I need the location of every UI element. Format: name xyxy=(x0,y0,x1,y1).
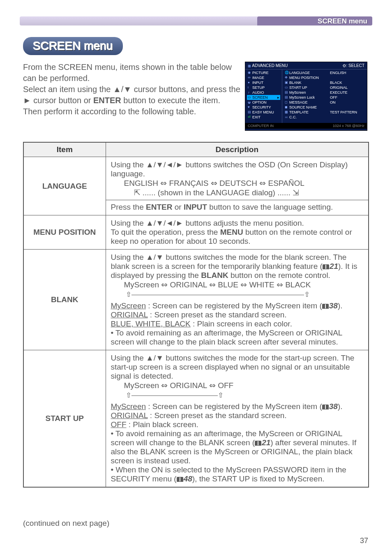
position-icon: ✥ xyxy=(285,76,288,79)
th-item: Item xyxy=(23,142,106,157)
osd-left-audio: ♪AUDIO xyxy=(247,90,280,95)
source-icon: ◼ xyxy=(285,106,288,109)
startup-off-a: OFF xyxy=(111,420,127,429)
osd-right-startup-val: ORIGINAL xyxy=(329,85,365,90)
osd-mid-blank: ▣BLANK xyxy=(284,80,326,85)
menupos-p1a: Using the ▲/▼/◄/► buttons adjusts the me… xyxy=(111,219,304,227)
startup-p1: Using the ▲/▼ buttons switches the mode … xyxy=(111,354,355,380)
startup-ms-a: MyScreen xyxy=(111,402,146,411)
blank-blankbtn: BLANK xyxy=(201,271,228,280)
menupos-p1b: To quit the operation, press the xyxy=(111,228,220,236)
osd-right-template-val: TEST PATTERN xyxy=(329,110,365,115)
audio-icon: ♪ xyxy=(248,91,251,94)
osd-mid-myscreen: ▤MyScreen xyxy=(284,90,326,95)
lock-icon: ▤ xyxy=(285,96,288,99)
osd-right-col: ENGLISH BLACK ORIGINAL EXECUTE OFF ON TE… xyxy=(327,69,367,123)
cell-blank-desc: Using the ▲/▼ buttons switches the mode … xyxy=(106,250,369,350)
osd-mid-message: ◻MESSAGE xyxy=(284,100,326,105)
osd-header-left: ▦ ADVANCED MENU xyxy=(248,63,288,68)
blank-note: • To avoid remaining as an afterimage, t… xyxy=(111,328,342,346)
menu-icon: ▦ xyxy=(248,65,251,68)
osd-left-exit: ⏎EXIT xyxy=(247,115,280,120)
book-icon xyxy=(255,441,261,446)
language-p2e: button to save the language setting. xyxy=(207,203,333,211)
osd-left-setup: iSETUP xyxy=(247,85,280,90)
image-icon: ⇔ xyxy=(248,76,251,79)
osd-left-security: ♥SECURITY xyxy=(247,105,280,110)
osd-mid-language: 🌐LANGUAGE xyxy=(284,70,326,75)
cell-menupos-label: MENU POSITION xyxy=(23,215,106,250)
osd-screenshot: ▦ ADVANCED MENU ⯐: SELECT ◉PICTURE ⇔IMAG… xyxy=(245,62,367,131)
osd-mid-menupos: ✥MENU POSITION xyxy=(284,75,326,80)
intro-text: From the SCREEN menu, items shown in the… xyxy=(23,62,241,117)
template-icon: ▩ xyxy=(285,111,288,114)
breadcrumb: SCREEN menu xyxy=(318,17,367,25)
page-title: SCREEN menu xyxy=(23,37,123,55)
cell-menupos-desc: Using the ▲/▼/◄/► buttons adjusts the me… xyxy=(106,215,369,250)
osd-right-blank-val: BLACK xyxy=(329,80,365,85)
osd-left-picture: ◉PICTURE xyxy=(247,70,280,75)
osd-left-screen: ▭SCREEN ▸ xyxy=(247,95,280,100)
startup-note2b: ), the START UP is fixed to MyScreen. xyxy=(192,474,325,483)
startup-orig-b: : Screen preset as the standard screen. xyxy=(148,411,287,420)
startup-off-b: : Plain black screen. xyxy=(127,420,198,429)
blank-orig-b: : Screen preset as the standard screen. xyxy=(148,310,287,319)
blank-p1a: Using the ▲/▼ buttons switches the mode … xyxy=(111,253,347,271)
startup-icon: ▭ xyxy=(285,86,288,89)
row-startup: START UP Using the ▲/▼ buttons switches … xyxy=(23,350,369,488)
intro-line1: From the SCREEN menu, items shown in the… xyxy=(23,62,232,83)
osd-footer-right: 1024 x 768 @60Hz xyxy=(333,124,364,128)
security-icon: ♥ xyxy=(248,106,251,109)
row-menu-position: MENU POSITION Using the ▲/▼/◄/► buttons … xyxy=(23,215,369,250)
message-icon: ◻ xyxy=(285,101,288,104)
option-icon: ◒ xyxy=(248,101,251,104)
easymenu-icon: ▤ xyxy=(248,111,251,114)
menupos-menu: MENU xyxy=(220,228,243,236)
osd-left-image: ⇔IMAGE xyxy=(247,75,280,80)
book-icon xyxy=(323,264,329,269)
cell-language-desc: Using the ▲/▼/◄/► buttons switches the O… xyxy=(106,157,369,215)
book-icon xyxy=(177,477,183,482)
screen-icon: ▭ xyxy=(248,96,251,99)
row-blank: BLANK Using the ▲/▼ buttons switches the… xyxy=(23,250,369,350)
myscreen-icon: ▤ xyxy=(285,91,288,94)
globe-icon: 🌐 xyxy=(285,71,288,74)
language-input: INPUT xyxy=(184,203,207,211)
osd-mid-cc: ㏄C.C. xyxy=(284,115,326,120)
blank-bwc-b: : Plain screens in each color. xyxy=(191,319,292,328)
language-cycle: ⇱ ...... (shown in the LANGUAGE dialog) … xyxy=(111,188,364,197)
osd-left-easymenu: ▤EASY MENU xyxy=(247,110,280,115)
startup-opts: MyScreen ⇔ ORIGINAL ⇔ OFF xyxy=(111,381,364,390)
language-p2c: or xyxy=(172,203,183,211)
cell-language-label: LANGUAGE xyxy=(23,157,106,215)
osd-right-myscreenlock-val: OFF xyxy=(329,95,365,100)
osd-left-option: ◒OPTION xyxy=(247,100,280,105)
osd-right-message-val: ON xyxy=(329,100,365,105)
language-opts: ENGLISH ⇔ FRANÇAIS ⇔ DEUTSCH ⇔ ESPAÑOL xyxy=(111,178,364,188)
book-icon xyxy=(322,405,329,409)
blank-cycle: ⇧⇧ xyxy=(126,290,364,299)
cell-blank-label: BLANK xyxy=(23,250,106,350)
osd-left-col: ◉PICTURE ⇔IMAGE ●INPUT iSETUP ♪AUDIO ▭SC… xyxy=(245,69,282,123)
blank-orig-a: ORIGINAL xyxy=(111,310,148,319)
blank-icon: ▣ xyxy=(285,81,288,84)
startup-ref1: 38 xyxy=(329,402,338,411)
book-icon xyxy=(322,304,329,309)
osd-header-right: ⯐: SELECT xyxy=(342,63,364,68)
page-number: 37 xyxy=(360,536,368,545)
startup-ms-c: ). xyxy=(338,402,343,411)
continued-text: (continued on next page) xyxy=(23,519,109,528)
blank-ms-a: MyScreen xyxy=(111,301,146,310)
blank-opts: MyScreen ⇔ ORIGINAL ⇔ BLUE ⇔ WHITE ⇔ BLA… xyxy=(111,280,364,289)
osd-mid-col: 🌐LANGUAGE ✥MENU POSITION ▣BLANK ▭START U… xyxy=(282,69,327,123)
cell-startup-desc: Using the ▲/▼ buttons switches the mode … xyxy=(106,350,369,488)
startup-ms-b: : Screen can be registered by the MyScre… xyxy=(146,402,322,411)
row-language: LANGUAGE Using the ▲/▼/◄/► buttons switc… xyxy=(23,157,369,215)
osd-left-input: ●INPUT xyxy=(247,80,280,85)
input-icon: ● xyxy=(248,81,251,84)
osd-mid-startup: ▭START UP xyxy=(284,85,326,90)
setup-icon: i xyxy=(248,86,251,89)
language-p2a: Press the xyxy=(111,203,146,211)
osd-mid-template: ▩TEMPLATE xyxy=(284,110,326,115)
language-p1: Using the ▲/▼/◄/► buttons switches the O… xyxy=(111,160,348,178)
